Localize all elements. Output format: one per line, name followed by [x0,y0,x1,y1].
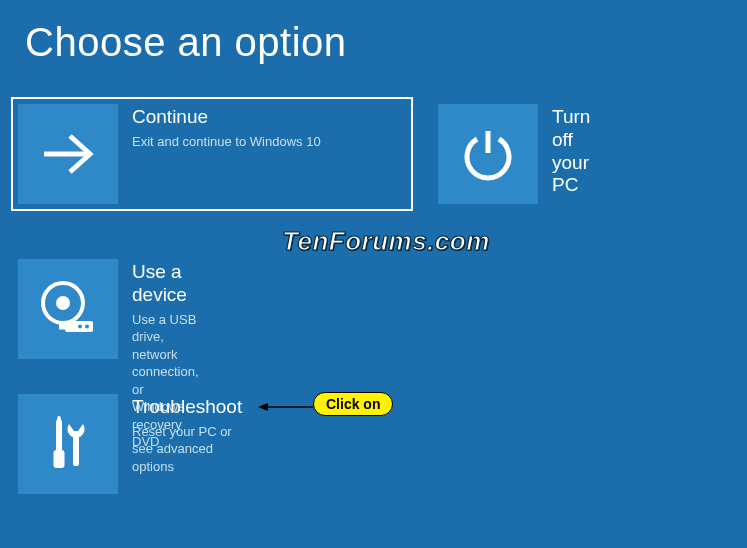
turn-off-tile[interactable]: Turn off your PC [438,104,590,204]
svg-point-3 [58,298,68,308]
svg-rect-8 [56,422,62,452]
turn-off-title: Turn off your PC [552,106,590,197]
arrow-right-icon [18,104,118,204]
disc-usb-icon [18,259,118,359]
svg-rect-5 [59,324,66,330]
callout-arrow-icon [258,402,313,412]
continue-desc: Exit and continue to Windows 10 [132,133,321,151]
troubleshoot-title: Troubleshoot [132,396,242,419]
svg-rect-9 [54,450,65,468]
use-device-title: Use a device [132,261,198,307]
svg-point-7 [78,325,82,329]
continue-title: Continue [132,106,321,129]
svg-marker-10 [56,416,62,422]
continue-tile[interactable]: Continue Exit and continue to Windows 10 [13,99,411,209]
watermark-text: TenForums.com [282,226,490,257]
tools-icon [18,394,118,494]
callout-label: Click on [313,392,393,416]
svg-rect-11 [73,436,79,466]
power-icon [438,104,538,204]
troubleshoot-tile[interactable]: Troubleshoot Reset your PC or see advanc… [18,394,242,494]
svg-point-6 [85,325,89,329]
troubleshoot-desc: Reset your PC or see advanced options [132,423,242,476]
page-title: Choose an option [0,0,747,65]
svg-marker-13 [258,403,268,411]
